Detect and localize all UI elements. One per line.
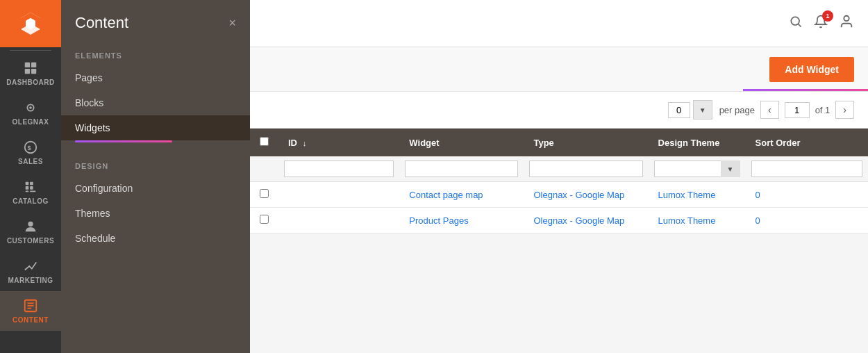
sidebar-item-blocks[interactable]: Blocks (61, 90, 250, 115)
filter-widget-cell (399, 156, 524, 182)
sidebar-close-button[interactable]: × (228, 17, 236, 29)
row2-sort-cell: 0 (746, 208, 868, 233)
content-icon (23, 298, 38, 313)
marketing-label: MARKETING (8, 277, 53, 284)
filter-row: ▼ (250, 156, 868, 182)
row1-type-cell[interactable]: Olegnax - Google Map (524, 182, 648, 208)
table-body: Contact page map Olegnax - Google Map Lu… (250, 182, 868, 233)
grid-controls: ▼ per page ‹ of 1 › (250, 92, 868, 129)
svg-text:$: $ (27, 145, 31, 151)
filter-widget-input[interactable] (405, 161, 518, 177)
col-header-type: Type (524, 129, 648, 156)
row1-type-link[interactable]: Olegnax - Google Map (533, 190, 624, 200)
row1-sort-cell: 0 (746, 182, 868, 208)
olegnax-icon (23, 100, 38, 115)
table-row: Contact page map Olegnax - Google Map Lu… (250, 182, 868, 208)
col-header-sort-order: Sort Order (746, 129, 868, 156)
user-button[interactable] (839, 14, 854, 33)
row1-checkbox-cell (250, 182, 278, 208)
sales-label: SALES (18, 158, 43, 165)
sidebar-item-customers[interactable]: CUSTOMERS (0, 212, 61, 252)
row1-widget-link[interactable]: Contact page map (409, 190, 483, 200)
id-sort-arrow: ↓ (303, 139, 307, 147)
grid-area: ▼ per page ‹ of 1 › ID ↓ (250, 92, 868, 353)
widgets-table: ID ↓ Widget Type Design Theme Sort Order (250, 129, 868, 233)
olegnax-label: OLEGNAX (12, 118, 49, 126)
table-row: Product Pages Olegnax - Google Map Lumox… (250, 208, 868, 233)
logo-area[interactable] (0, 0, 61, 47)
catalog-label: CATALOG (12, 197, 48, 205)
sidebar-item-olegnax[interactable]: OLEGNAX (0, 93, 61, 133)
filter-sort-input[interactable] (751, 161, 862, 177)
widgets-active-underline (75, 140, 172, 142)
filter-id-cell (278, 156, 399, 182)
content-label: CONTENT (12, 316, 49, 324)
next-page-button[interactable]: › (835, 101, 854, 119)
row2-type-link[interactable]: Olegnax - Google Map (533, 215, 624, 226)
col-header-checkbox (250, 129, 278, 156)
row1-sort-value: 0 (756, 190, 760, 200)
sales-icon: $ (23, 140, 38, 155)
svg-rect-1 (31, 63, 36, 67)
sidebar-item-themes[interactable]: Themes (61, 201, 250, 226)
design-section-label: Design (61, 154, 250, 176)
sidebar-item-schedule[interactable]: Schedule (61, 226, 250, 251)
row1-id-cell (278, 182, 399, 208)
svg-point-14 (28, 222, 33, 227)
row1-checkbox[interactable] (260, 189, 269, 198)
col-theme-label: Design Theme (658, 138, 720, 148)
sidebar-item-content[interactable]: CONTENT (0, 291, 61, 331)
filter-id-input[interactable] (284, 161, 394, 177)
filter-theme-select[interactable] (654, 161, 740, 177)
page-size-dropdown[interactable]: ▼ (693, 100, 712, 120)
main-topbar: 1 (250, 0, 868, 47)
row2-type-cell[interactable]: Olegnax - Google Map (524, 208, 648, 233)
main-toolbar: Add Widget (250, 47, 868, 92)
sidebar-item-catalog[interactable]: CATALOG (0, 172, 61, 212)
svg-point-5 (29, 106, 32, 109)
add-widget-button[interactable]: Add Widget (769, 57, 854, 82)
icon-nav: DASHBOARD OLEGNAX $ SALES CATALOG CUSTOM… (0, 0, 61, 353)
select-all-checkbox[interactable] (260, 137, 269, 146)
filter-theme-cell: ▼ (649, 156, 746, 182)
svg-rect-8 (26, 182, 29, 186)
svg-rect-3 (31, 69, 36, 74)
sidebar-item-marketing[interactable]: MARKETING (0, 252, 61, 291)
col-widget-label: Widget (409, 138, 439, 148)
sidebar-item-pages[interactable]: Pages (61, 65, 250, 90)
search-button[interactable] (789, 15, 803, 32)
per-page-label: per page (719, 105, 755, 115)
row2-widget-link[interactable]: Product Pages (409, 215, 468, 226)
prev-page-button[interactable]: ‹ (760, 101, 779, 119)
svg-rect-2 (25, 69, 30, 74)
magento-logo-icon (17, 10, 44, 38)
row1-widget-cell[interactable]: Contact page map (399, 182, 524, 208)
col-header-widget: Widget (399, 129, 524, 156)
svg-line-20 (799, 24, 801, 27)
sidebar-item-dashboard[interactable]: DASHBOARD (0, 54, 61, 93)
svg-rect-10 (26, 186, 29, 190)
page-number-input[interactable] (785, 102, 810, 118)
row1-theme-link[interactable]: Lumox Theme (658, 190, 716, 200)
col-sort-label: Sort Order (756, 138, 801, 148)
sidebar-item-widgets[interactable]: Widgets (61, 115, 250, 140)
col-type-label: Type (533, 138, 553, 148)
filter-type-input[interactable] (529, 161, 642, 177)
svg-rect-9 (30, 182, 33, 186)
row2-widget-cell[interactable]: Product Pages (399, 208, 524, 233)
notifications-button[interactable]: 1 (814, 15, 828, 32)
row1-theme-cell[interactable]: Lumox Theme (649, 182, 746, 208)
col-header-design-theme: Design Theme (649, 129, 746, 156)
svg-rect-11 (30, 186, 33, 190)
row2-theme-link[interactable]: Lumox Theme (658, 215, 716, 226)
filter-checkbox-cell (250, 156, 278, 182)
sidebar-item-sales[interactable]: $ SALES (0, 133, 61, 172)
col-header-id[interactable]: ID ↓ (278, 129, 399, 156)
sidebar-item-configuration[interactable]: Configuration (61, 176, 250, 201)
toolbar-underline (743, 89, 868, 91)
sidebar-title: Content (75, 14, 128, 32)
page-total-label: of 1 (815, 105, 831, 115)
row2-theme-cell[interactable]: Lumox Theme (649, 208, 746, 233)
page-size-input[interactable] (668, 102, 690, 118)
row2-checkbox[interactable] (260, 215, 269, 224)
